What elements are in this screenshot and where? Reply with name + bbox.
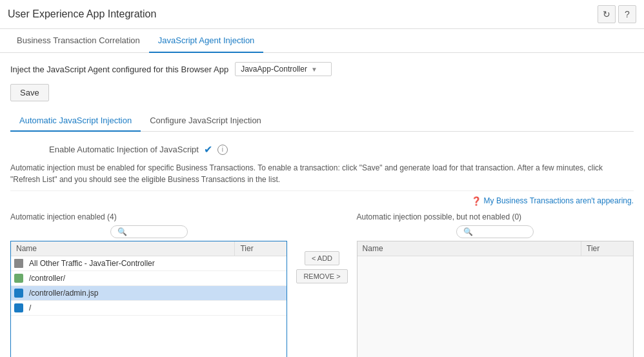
right-col-tier: Tier bbox=[581, 241, 633, 256]
add-button[interactable]: < ADD bbox=[305, 251, 339, 265]
app-header: User Experience App Integration ↻ ? bbox=[0, 0, 644, 29]
row-name: /controller/admin.jsp bbox=[26, 286, 235, 300]
tab-js-agent-injection[interactable]: JavaScript Agent Injection bbox=[149, 29, 264, 53]
my-bt-link-container: ❓ My Business Transactions aren't appear… bbox=[10, 196, 634, 206]
refresh-button[interactable]: ↻ bbox=[598, 5, 616, 23]
left-list-row[interactable]: / bbox=[11, 301, 287, 316]
app-title: User Experience App Integration bbox=[8, 8, 156, 20]
sub-tabs-bar: Automatic JavaScript Injection Configure… bbox=[10, 110, 634, 132]
my-bt-link[interactable]: My Business Transactions aren't appearin… bbox=[484, 196, 634, 206]
enable-checkbox[interactable]: ✔ bbox=[204, 143, 212, 156]
left-col-tier: Tier bbox=[235, 241, 287, 256]
inject-label: Inject the JavaScript Agent configured f… bbox=[10, 65, 228, 74]
save-top-button[interactable]: Save bbox=[10, 84, 49, 101]
help-button[interactable]: ? bbox=[618, 5, 636, 23]
right-search-box[interactable]: 🔍 bbox=[456, 225, 534, 238]
left-col-name: Name bbox=[11, 241, 235, 256]
sub-tab-auto-injection[interactable]: Automatic JavaScript Injection bbox=[10, 110, 141, 132]
content-area: Inject the JavaScript Agent configured f… bbox=[0, 53, 644, 357]
left-list-box: Name Tier All Other Traffic - JavaTier-C… bbox=[10, 241, 287, 357]
row-tier bbox=[235, 261, 287, 266]
row-icon-web bbox=[11, 271, 26, 285]
app-container: User Experience App Integration ↻ ? Busi… bbox=[0, 0, 644, 357]
left-list-row[interactable]: All Other Traffic - JavaTier-Controller bbox=[11, 256, 287, 271]
left-search-wrap: 🔍 bbox=[10, 225, 287, 238]
row-tier bbox=[235, 291, 287, 296]
right-list-header: Name Tier bbox=[357, 241, 633, 256]
mid-actions: < ADD REMOVE > bbox=[287, 251, 356, 283]
right-panel: Automatic injection possible, but not en… bbox=[357, 212, 634, 357]
right-list-box: Name Tier bbox=[357, 241, 634, 357]
tab-bt-correlation[interactable]: Business Transaction Correlation bbox=[8, 29, 149, 53]
right-search-wrap: 🔍 bbox=[357, 225, 634, 238]
right-col-name: Name bbox=[357, 241, 581, 256]
left-list-header: Name Tier bbox=[11, 241, 287, 256]
dropdown-caret-icon: ▼ bbox=[311, 66, 317, 73]
enable-label: Enable Automatic Injection of JavaScript bbox=[49, 145, 199, 154]
enable-row: Enable Automatic Injection of JavaScript… bbox=[10, 139, 634, 162]
inject-row: Inject the JavaScript Agent configured f… bbox=[10, 62, 634, 76]
row-name: / bbox=[26, 301, 235, 315]
inject-dropdown[interactable]: JavaApp-Controller ▼ bbox=[235, 62, 332, 76]
remove-button[interactable]: REMOVE > bbox=[296, 269, 347, 283]
inject-dropdown-value: JavaApp-Controller bbox=[241, 65, 307, 74]
left-panel-title: Automatic injection enabled (4) bbox=[10, 212, 287, 221]
row-icon-blue2 bbox=[11, 301, 26, 315]
info-icon[interactable]: i bbox=[217, 145, 228, 155]
left-list-row[interactable]: /controller/ bbox=[11, 271, 287, 286]
row-tier bbox=[235, 305, 287, 311]
row-name: /controller/ bbox=[26, 271, 235, 285]
left-list-row[interactable]: /controller/admin.jsp bbox=[11, 286, 287, 301]
left-search-icon: 🔍 bbox=[117, 227, 127, 236]
row-icon-generic bbox=[11, 256, 26, 270]
main-tabs-bar: Business Transaction Correlation JavaScr… bbox=[0, 29, 644, 53]
question-icon: ❓ bbox=[471, 196, 481, 206]
header-actions: ↻ ? bbox=[598, 5, 636, 23]
sub-tab-configure-injection[interactable]: Configure JavaScript Injection bbox=[141, 110, 270, 132]
row-name: All Other Traffic - JavaTier-Controller bbox=[26, 256, 235, 270]
info-text: Automatic injection must be enabled for … bbox=[10, 162, 634, 191]
right-search-icon: 🔍 bbox=[463, 227, 473, 236]
left-search-box[interactable]: 🔍 bbox=[110, 225, 188, 238]
row-icon-blue bbox=[11, 286, 26, 300]
row-tier bbox=[235, 276, 287, 281]
right-list-empty bbox=[357, 256, 633, 357]
left-panel: Automatic injection enabled (4) 🔍 Name T… bbox=[10, 212, 287, 357]
right-panel-title: Automatic injection possible, but not en… bbox=[357, 212, 634, 221]
two-panel: Automatic injection enabled (4) 🔍 Name T… bbox=[10, 212, 634, 357]
